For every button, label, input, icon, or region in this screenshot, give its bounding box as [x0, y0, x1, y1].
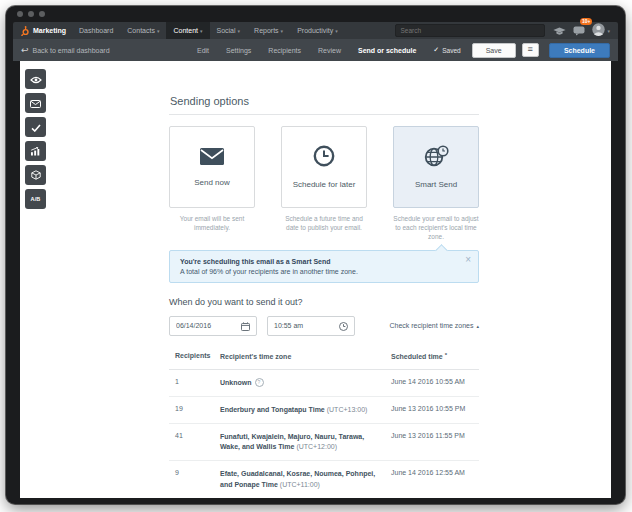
time-field[interactable] [267, 316, 355, 336]
nav-item-productivity[interactable]: Productivity▾ [290, 22, 345, 39]
nav-item-content[interactable]: Content▾ [166, 22, 209, 39]
checklist-button[interactable] [25, 117, 46, 137]
bar-chart-icon [30, 142, 41, 160]
recipients-count: 9 [169, 469, 220, 476]
recipients-count: 1 [169, 378, 220, 385]
scheduled-time: June 13 2016 11:55 PM [391, 432, 479, 439]
date-field[interactable] [169, 316, 257, 336]
send-now-card[interactable]: Send now [169, 126, 255, 208]
tab-recipients[interactable]: Recipients [268, 47, 301, 54]
account-menu[interactable]: ▾ [592, 22, 610, 40]
ab-test-label: A/B [30, 196, 40, 202]
table-row: 1 Unknown? June 14 2016 10:55 AM [169, 370, 479, 397]
back-to-dashboard-link[interactable]: ↩ Back to email dashboard [21, 46, 110, 55]
chevron-down-icon: ▾ [281, 28, 284, 34]
saved-label: Saved [442, 47, 460, 54]
app-body: A/B Sending options Send now Your email [20, 61, 611, 498]
calendar-icon [241, 317, 250, 335]
envelope-icon [30, 94, 41, 112]
ab-test-button[interactable]: A/B [25, 189, 46, 209]
notifications-chat-icon[interactable]: 10+ [573, 22, 585, 40]
search-input[interactable] [396, 27, 544, 34]
send-time-heading: When do you want to send it out? [169, 297, 479, 307]
date-input[interactable] [176, 322, 234, 329]
navbar-icon-cluster: 10+ ▾ [553, 22, 610, 40]
menu-icon: ≡ [528, 45, 533, 55]
alert-pointer [435, 244, 448, 257]
preview-eye-button[interactable] [25, 69, 46, 89]
option-caption: Schedule a future time and date to publi… [281, 214, 367, 232]
sort-indicator-icon: * [445, 352, 447, 358]
check-timezones-link[interactable]: Check recipient time zones ▴ [389, 322, 479, 329]
left-icon-rail: A/B [20, 61, 68, 498]
saved-status: ✓ Saved [433, 46, 460, 54]
tab-settings[interactable]: Settings [226, 47, 251, 54]
hubspot-sprocket-logo-icon[interactable] [21, 26, 30, 36]
smart-send-card[interactable]: Smart Send [393, 126, 479, 208]
chevron-down-icon: ▾ [238, 28, 241, 34]
info-icon[interactable]: ? [255, 378, 264, 387]
globe-clock-icon [424, 145, 449, 171]
option-caption: Schedule your email to adjust to each re… [393, 214, 479, 241]
notification-count-badge: 10+ [580, 18, 592, 25]
chevron-down-icon: ▾ [200, 28, 203, 34]
window-zoom-button[interactable] [39, 11, 45, 17]
column-recipients[interactable]: Recipients [169, 352, 220, 362]
time-input[interactable] [274, 322, 332, 329]
nav-brand[interactable]: Marketing [33, 27, 66, 34]
academy-cap-icon[interactable] [553, 22, 566, 40]
window-minimize-button[interactable] [28, 11, 34, 17]
option-label: Send now [194, 178, 230, 187]
schedule-later-card[interactable]: Schedule for later [281, 126, 367, 208]
table-row: 41 Funafuti, Kwajalein, Majuro, Nauru, T… [169, 424, 479, 461]
nav-item-dashboard[interactable]: Dashboard [72, 22, 120, 39]
table-row: 9 Efate, Guadalcanal, Kosrae, Noumea, Po… [169, 461, 479, 498]
window-titlebar [6, 6, 625, 22]
email-button[interactable] [25, 93, 46, 113]
option-label: Smart Send [415, 180, 457, 189]
table-row: 19 Enderbury and Tongatapu Time (UTC+13:… [169, 397, 479, 424]
scheduled-time: June 13 2016 10:55 PM [391, 405, 479, 412]
more-options-menu-button[interactable]: ≡ [522, 43, 539, 57]
send-option-cards: Send now Your email will be sent immedia… [169, 126, 479, 241]
option-label: Schedule for later [293, 180, 356, 189]
window-close-button[interactable] [17, 11, 23, 17]
performance-button[interactable] [25, 141, 46, 161]
modules-button[interactable] [25, 165, 46, 185]
option-caption: Your email will be sent immediately. [169, 214, 255, 232]
save-button[interactable]: Save [472, 43, 516, 58]
tab-edit[interactable]: Edit [197, 47, 209, 54]
schedule-later-option: Schedule for later Schedule a future tim… [281, 126, 367, 241]
send-now-option: Send now Your email will be sent immedia… [169, 126, 255, 241]
column-scheduled-time[interactable]: Scheduled time* [391, 352, 479, 362]
avatar [592, 22, 605, 40]
chevron-down-icon: ▾ [157, 28, 160, 34]
chevron-down-icon: ▾ [335, 28, 338, 34]
alert-body: A total of 96% of your recipients are in… [180, 268, 460, 275]
smart-send-option: Smart Send Schedule your email to adjust… [393, 126, 479, 241]
sending-options-panel: Sending options Send now Your email will… [169, 61, 479, 498]
column-timezone[interactable]: Recipient's time zone [220, 352, 391, 362]
eye-icon [30, 70, 42, 88]
timezone-cell: Enderbury and Tongatapu Time (UTC+13:00) [220, 405, 391, 415]
main-navbar: Marketing Dashboard Contacts▾ Content▾ S… [13, 22, 618, 39]
chevron-up-icon: ▴ [476, 323, 479, 329]
cube-icon [31, 166, 41, 184]
nav-item-social[interactable]: Social▾ [210, 22, 248, 39]
search-box[interactable] [395, 24, 545, 37]
back-arrow-icon: ↩ [21, 46, 29, 55]
timezone-cell: Efate, Guadalcanal, Kosrae, Noumea, Pohn… [220, 469, 391, 489]
table-header: Recipients Recipient's time zone Schedul… [169, 348, 479, 370]
title-divider [169, 114, 479, 115]
schedule-button[interactable]: Schedule [549, 43, 610, 58]
tab-send-or-schedule[interactable]: Send or schedule [358, 47, 416, 54]
close-icon[interactable]: × [465, 255, 471, 265]
tab-review[interactable]: Review [318, 47, 341, 54]
recipients-count: 19 [169, 405, 220, 412]
timezone-cell: Unknown? [220, 378, 391, 388]
clock-icon [339, 317, 348, 335]
app-window: Marketing Dashboard Contacts▾ Content▾ S… [6, 6, 625, 504]
nav-item-contacts[interactable]: Contacts▾ [120, 22, 166, 39]
recipients-count: 41 [169, 432, 220, 439]
nav-item-reports[interactable]: Reports▾ [247, 22, 290, 39]
